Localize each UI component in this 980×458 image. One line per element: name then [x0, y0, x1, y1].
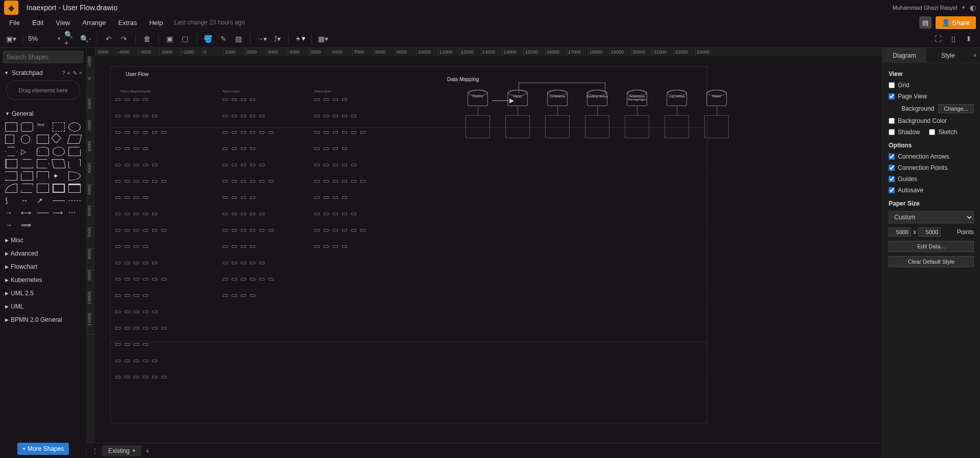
add-icon[interactable]: +: [67, 70, 70, 77]
shape-document[interactable]: [68, 147, 81, 156]
shape-line-arrow[interactable]: →: [5, 208, 17, 217]
shape-bold-connector[interactable]: ⟹: [21, 220, 33, 230]
shape-hexagon[interactable]: [5, 147, 17, 156]
app-logo[interactable]: ◆: [4, 1, 18, 15]
line-color-button[interactable]: ✎: [217, 33, 230, 45]
shape-callout[interactable]: [37, 171, 49, 181]
close-panel-button[interactable]: ×: [970, 48, 980, 63]
more-shapes-button[interactable]: + More Shapes: [17, 443, 69, 455]
shape-cloud[interactable]: [53, 147, 65, 156]
insert-button[interactable]: ＋▾: [294, 33, 306, 45]
add-page-button[interactable]: +: [145, 447, 150, 455]
shape-diamond[interactable]: [51, 133, 61, 143]
section-kubernetes[interactable]: ▶Kubernetes: [0, 273, 86, 287]
bgcolor-checkbox[interactable]: Background Color: [889, 117, 974, 124]
zoom-in-button[interactable]: 🔍+: [64, 33, 77, 45]
shape-rectangle[interactable]: [5, 122, 17, 132]
help-icon[interactable]: ?: [62, 70, 65, 77]
connpoints-checkbox[interactable]: Connection Points: [889, 164, 974, 171]
shape-list[interactable]: [68, 184, 81, 193]
shape-data[interactable]: [21, 184, 33, 193]
shape-dotted-connector[interactable]: ⋯: [68, 208, 81, 217]
dark-mode-icon[interactable]: ◐: [970, 4, 976, 12]
share-button[interactable]: 👤 Share: [936, 16, 976, 29]
papersize-select[interactable]: Custom: [889, 211, 974, 223]
shape-note[interactable]: [5, 171, 17, 181]
shadow-button[interactable]: ▨: [233, 33, 245, 45]
section-uml[interactable]: ▶UML: [0, 300, 86, 313]
shape-line-bidir[interactable]: ⟷: [21, 208, 33, 217]
shape-trapezoid[interactable]: [52, 159, 66, 168]
shape-line[interactable]: [53, 200, 65, 201]
menu-view[interactable]: View: [51, 17, 75, 29]
shape-parallelogram[interactable]: [67, 135, 82, 144]
menu-arrange[interactable]: Arrange: [77, 17, 111, 29]
pages-icon[interactable]: ⋮: [92, 447, 98, 454]
close-icon[interactable]: ×: [79, 70, 82, 77]
pageview-checkbox[interactable]: Page View: [889, 93, 974, 100]
shape-bidir-arrow[interactable]: ↔: [21, 196, 33, 205]
redo-button[interactable]: ↷: [118, 33, 130, 45]
user-name[interactable]: Muhammad Ghazi Rasyid: [893, 5, 958, 11]
shape-text[interactable]: Text: [37, 122, 49, 132]
shape-or[interactable]: [68, 171, 81, 181]
waypoints-button[interactable]: ⤴▾: [271, 33, 283, 45]
shape-step[interactable]: [37, 159, 49, 168]
menu-edit[interactable]: Edit: [27, 17, 48, 29]
menu-extras[interactable]: Extras: [113, 17, 142, 29]
change-background-button[interactable]: Change...: [938, 104, 974, 113]
fullscreen-button[interactable]: ⛶: [932, 33, 944, 45]
grid-checkbox[interactable]: Grid: [889, 82, 974, 89]
shape-connector[interactable]: →: [5, 220, 17, 230]
shape-triangle[interactable]: ▷: [21, 147, 33, 156]
edit-icon[interactable]: ✎: [72, 70, 77, 77]
page-tab-menu-icon[interactable]: ▴: [133, 447, 135, 454]
shape-process[interactable]: [37, 135, 49, 144]
undo-button[interactable]: ↶: [103, 33, 115, 45]
tab-style[interactable]: Style: [926, 48, 970, 63]
paper-width-input[interactable]: [889, 227, 911, 237]
comments-button[interactable]: ▤: [919, 16, 932, 29]
edit-data-button[interactable]: Edit Data...: [889, 241, 974, 252]
shape-cylinder[interactable]: [37, 147, 49, 156]
tab-diagram[interactable]: Diagram: [883, 48, 926, 63]
user-menu-chevron-icon[interactable]: ▼: [961, 5, 966, 10]
section-advanced[interactable]: ▶Advanced: [0, 247, 86, 260]
section-misc[interactable]: ▶Misc: [0, 234, 86, 247]
connarrows-checkbox[interactable]: Connection Arrows: [889, 153, 974, 160]
shape-arrow[interactable]: ↗: [37, 196, 49, 205]
shape-textbox[interactable]: [53, 122, 65, 132]
section-uml25[interactable]: ▶UML 2.5: [0, 287, 86, 300]
to-front-button[interactable]: ▣: [164, 33, 176, 45]
section-flowchart[interactable]: ▶Flowchart: [0, 260, 86, 273]
zoom-level[interactable]: [28, 35, 54, 42]
to-back-button[interactable]: ▢: [179, 33, 191, 45]
shape-curve[interactable]: ⟆: [5, 196, 17, 205]
autosave-checkbox[interactable]: Autosave: [889, 187, 974, 194]
table-button[interactable]: ▦▾: [317, 33, 329, 45]
shape-cube[interactable]: [21, 159, 33, 168]
scratchpad-dropzone[interactable]: Drag elements here: [6, 81, 80, 100]
chevron-down-icon[interactable]: ▼: [4, 70, 9, 75]
search-input[interactable]: [3, 51, 83, 63]
fill-color-button[interactable]: 🪣: [202, 33, 214, 45]
paper-height-input[interactable]: [918, 227, 941, 237]
zoom-chevron-icon[interactable]: ▼: [57, 36, 61, 41]
format-panel-button[interactable]: ▯: [947, 33, 960, 45]
guides-checkbox[interactable]: Guides: [889, 175, 974, 183]
shape-square[interactable]: [5, 135, 14, 144]
shape-dir-connector[interactable]: ⟶: [53, 208, 65, 217]
shape-card[interactable]: [21, 171, 33, 181]
delete-button[interactable]: 🗑: [141, 33, 153, 45]
shape-ellipse[interactable]: [68, 122, 81, 132]
section-bpmn[interactable]: ▶BPMN 2.0 General: [0, 313, 86, 326]
shape-link[interactable]: [37, 213, 49, 213]
shape-internal[interactable]: [5, 159, 17, 168]
zoom-out-button[interactable]: 🔍-: [80, 33, 92, 45]
shape-container[interactable]: [37, 184, 49, 193]
page-tab-existing[interactable]: Existing ▴: [102, 445, 141, 456]
connection-button[interactable]: →▾: [256, 33, 268, 45]
shape-dashed[interactable]: [68, 200, 81, 201]
shape-frame[interactable]: [53, 184, 65, 193]
shape-circle[interactable]: [21, 135, 30, 144]
